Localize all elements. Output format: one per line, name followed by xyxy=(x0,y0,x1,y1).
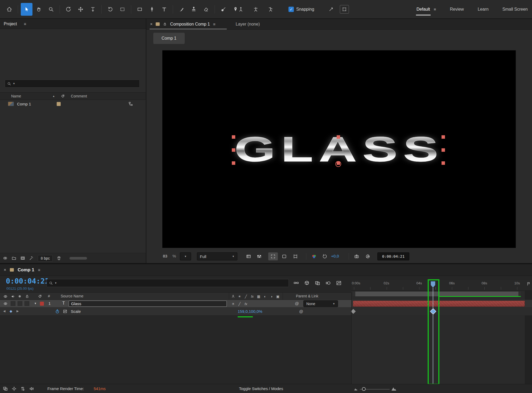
selection-handle[interactable] xyxy=(337,135,340,139)
parent-pickwhip-icon[interactable]: @ xyxy=(295,301,299,306)
comp-marker-bin-icon[interactable] xyxy=(526,282,531,286)
mask-visibility-button[interactable] xyxy=(279,252,289,260)
layer-quality-icon[interactable]: ╱ xyxy=(236,301,243,307)
column-parent-link[interactable]: Parent & Link xyxy=(296,294,318,298)
rotobrush-tool-button[interactable] xyxy=(217,3,229,16)
snap-angle-button[interactable] xyxy=(325,3,337,16)
work-area-start-handle[interactable] xyxy=(353,292,355,296)
hand-tool-button[interactable] xyxy=(33,3,45,16)
selection-tool-button[interactable] xyxy=(21,3,32,16)
label-column-icon[interactable] xyxy=(38,294,42,298)
label-column-icon[interactable] xyxy=(61,94,65,98)
comp-viewer-tab[interactable]: Comp 1 xyxy=(153,33,185,44)
column-comment[interactable]: Comment xyxy=(71,94,87,98)
layer-tab-label[interactable]: Layer (none) xyxy=(236,22,260,27)
channel-button[interactable] xyxy=(309,252,319,260)
panel-menu-icon[interactable]: ≡ xyxy=(38,268,40,272)
current-timecode[interactable]: 0:00:04:21 xyxy=(6,277,49,285)
rotation-tool-button[interactable] xyxy=(104,3,116,16)
in-out-panes-icon[interactable] xyxy=(20,386,26,391)
motion-blur-column-icon[interactable]: ◐ xyxy=(262,293,268,300)
new-composition-icon[interactable] xyxy=(20,256,25,261)
flowchart-icon[interactable] xyxy=(128,101,133,106)
graph-editor-icon[interactable] xyxy=(336,280,342,286)
dolly-camera-tool-button[interactable] xyxy=(87,3,99,16)
previous-keyframe-icon[interactable]: ◀ xyxy=(3,309,5,313)
timeline-tab-label[interactable]: Comp 1 xyxy=(18,267,34,273)
solo-toggle-cell[interactable] xyxy=(18,301,22,306)
layer-visibility-eye-icon[interactable] xyxy=(3,301,8,306)
layer-label-color-chip[interactable] xyxy=(40,302,44,306)
parent-link-dropdown[interactable]: None ▼ xyxy=(303,300,338,307)
magnification-dropdown[interactable]: ▼ xyxy=(180,252,191,260)
property-pickwhip-icon[interactable]: @ xyxy=(299,309,303,314)
selection-handle[interactable] xyxy=(232,148,235,152)
property-row-scale[interactable]: ◀ ◆ ▶ Scale 159,0,100,0% @ xyxy=(0,308,351,316)
snapping-checkbox[interactable]: ✓ xyxy=(288,7,294,12)
layer-fx-icon[interactable]: fx xyxy=(243,301,249,307)
selection-handle[interactable] xyxy=(442,161,445,165)
property-name[interactable]: Scale xyxy=(71,309,81,314)
frame-blending-icon[interactable] xyxy=(315,280,320,286)
project-panel-title[interactable]: Project xyxy=(4,22,17,26)
audio-icon[interactable] xyxy=(11,294,15,299)
anchor-point-icon[interactable]: × xyxy=(335,161,341,167)
snap-features-button[interactable] xyxy=(340,5,349,14)
panel-menu-icon[interactable]: ≡ xyxy=(213,22,216,26)
next-keyframe-icon[interactable]: ▶ xyxy=(17,309,19,313)
audio-levels-pane-icon[interactable] xyxy=(29,386,34,391)
layer-row[interactable]: ▼ 1 T Glass ☀ ╱ fx @ None ▼ xyxy=(0,300,351,308)
transparency-grid-button[interactable] xyxy=(254,252,264,260)
column-name[interactable]: Name xyxy=(11,94,21,98)
region-of-interest-tool-button[interactable] xyxy=(117,3,128,16)
selection-handle[interactable] xyxy=(442,135,445,139)
orbit-camera-tool-button[interactable] xyxy=(63,3,74,16)
composition-viewer[interactable]: GLASS × xyxy=(162,50,516,248)
rectangle-tool-button[interactable] xyxy=(134,3,146,16)
show-snapshot-button[interactable] xyxy=(363,252,373,260)
time-zoom-slider-knob[interactable] xyxy=(362,387,366,391)
eye-icon[interactable] xyxy=(3,294,8,299)
pan-camera-tool-button[interactable] xyxy=(75,3,86,16)
adjustment-layer-column-icon[interactable]: ◑ xyxy=(268,293,275,300)
lock-icon[interactable] xyxy=(163,22,167,26)
shy-icon[interactable] xyxy=(230,293,236,300)
pen-tool-button[interactable] xyxy=(146,3,158,16)
snapshot-button[interactable] xyxy=(352,252,361,260)
three-d-layer-column-icon[interactable]: ▣ xyxy=(275,293,281,300)
project-settings-icon[interactable] xyxy=(29,256,34,261)
label-color-chip[interactable] xyxy=(57,102,61,106)
layer-collapse-icon[interactable]: ☀ xyxy=(230,301,236,307)
clone-stamp-tool-button[interactable] xyxy=(188,3,200,16)
toggle-switches-modes-button[interactable]: Toggle Switches / Modes xyxy=(233,386,289,391)
type-tool-button[interactable] xyxy=(158,3,170,16)
workspace-tab-default[interactable]: Default xyxy=(416,7,430,12)
motion-blur-icon[interactable] xyxy=(325,280,331,286)
lock-icon[interactable] xyxy=(25,294,29,298)
panel-split-line[interactable] xyxy=(351,292,352,384)
interpret-footage-icon[interactable] xyxy=(3,256,8,261)
view-axis-mode-button[interactable] xyxy=(265,3,277,16)
selection-handle[interactable] xyxy=(442,148,445,152)
lock-toggle-cell[interactable] xyxy=(24,301,29,306)
workspace-tab-learn[interactable]: Learn xyxy=(478,7,489,12)
new-folder-icon[interactable] xyxy=(11,256,17,261)
comp-mini-flowchart-icon[interactable] xyxy=(293,280,299,286)
work-area-end-handle[interactable] xyxy=(518,292,521,296)
workspace-menu-icon[interactable]: ≡ xyxy=(434,7,436,11)
time-ruler[interactable]: 0:00s 02s 04s 06s 08s 10s xyxy=(351,280,532,291)
add-keyframe-icon[interactable]: ◆ xyxy=(10,309,12,313)
snapping-control[interactable]: ✓ Snapping xyxy=(288,7,314,12)
exposure-offset-value[interactable]: +0,0 xyxy=(331,254,339,258)
column-number[interactable]: # xyxy=(48,294,50,298)
project-search-input[interactable]: ▼ xyxy=(5,80,140,88)
expand-layer-chevron-icon[interactable]: ▼ xyxy=(34,302,37,305)
eraser-tool-button[interactable] xyxy=(200,3,212,16)
project-item-name[interactable]: Comp 1 xyxy=(17,102,31,106)
local-axis-mode-button[interactable] xyxy=(235,3,247,16)
brush-tool-button[interactable] xyxy=(176,3,187,16)
home-button[interactable] xyxy=(3,3,15,16)
zoom-in-mountain-icon[interactable] xyxy=(391,386,397,391)
world-axis-mode-button[interactable] xyxy=(250,3,262,16)
crop-region-button[interactable] xyxy=(291,252,300,260)
